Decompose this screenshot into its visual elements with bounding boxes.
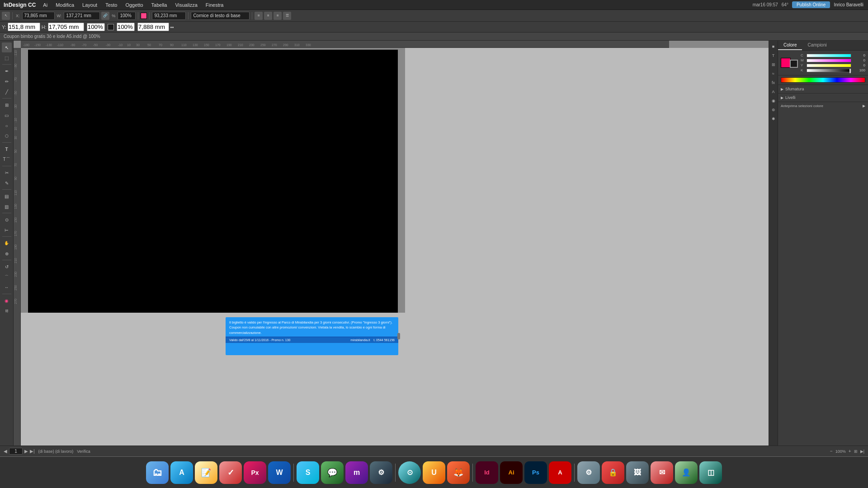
- fill-tool[interactable]: ◉: [2, 296, 12, 305]
- next-page-icon[interactable]: ▶: [24, 449, 28, 454]
- panel-icon-1[interactable]: ■: [769, 42, 778, 51]
- dock-preferences[interactable]: ⚙Preferenze: [577, 461, 600, 484]
- gradient-tool[interactable]: ▤: [2, 191, 12, 201]
- dock-whatsapp[interactable]: 💬WhatsApp: [321, 461, 344, 484]
- dock-safari[interactable]: ⊙Safari: [398, 461, 421, 484]
- m-slider[interactable]: [807, 59, 851, 62]
- panel-icon-5[interactable]: fx: [769, 79, 778, 87]
- color-swatch-stroke[interactable]: [790, 60, 798, 68]
- hand-tool[interactable]: ✋: [2, 238, 12, 248]
- menu-layout[interactable]: Modifica: [52, 1, 78, 9]
- value-field[interactable]: [137, 23, 169, 31]
- pen-tool[interactable]: [2, 66, 12, 76]
- menu-finestra[interactable]: Visualizza: [171, 1, 201, 9]
- tab-colore[interactable]: Colore: [778, 41, 802, 50]
- fill-color-icon[interactable]: [141, 13, 147, 19]
- tab-campioni[interactable]: Campioni: [802, 41, 832, 50]
- link-tool[interactable]: ⛓: [2, 306, 12, 316]
- dock-contacts[interactable]: 👤Contatti: [675, 461, 698, 484]
- menu-modifica[interactable]: Ai: [39, 1, 51, 9]
- dock-privacy[interactable]: 🔒Privacy: [602, 461, 624, 484]
- scale-h-combo[interactable]: [87, 23, 105, 31]
- k-slider[interactable]: [807, 69, 851, 72]
- dock-notes[interactable]: 📝Note: [195, 461, 217, 484]
- line-tool[interactable]: ╱: [2, 87, 12, 97]
- rect-tool[interactable]: ▭: [2, 110, 12, 120]
- scroll-end-icon[interactable]: ▶|: [860, 449, 864, 454]
- scale-combo[interactable]: [118, 12, 136, 20]
- menu-visualizza[interactable]: Tabella: [148, 1, 171, 9]
- align-center-icon[interactable]: ≡: [264, 12, 272, 20]
- page-number-field[interactable]: [9, 448, 23, 455]
- align-right-icon[interactable]: ≡: [274, 12, 282, 20]
- gradient-feather-tool[interactable]: ▥: [2, 202, 12, 211]
- panel-icon-3[interactable]: ⊞: [769, 61, 778, 69]
- fit-page-icon[interactable]: ⊞: [854, 449, 858, 454]
- dock-acrobat[interactable]: AAcrobat: [549, 461, 571, 484]
- select-tool[interactable]: [2, 53, 12, 63]
- menu-oggetto[interactable]: Testo: [102, 1, 121, 9]
- align-left-icon[interactable]: ≡: [255, 12, 263, 20]
- scissors-tool[interactable]: ✂: [2, 168, 12, 178]
- measure-field[interactable]: [152, 12, 186, 20]
- anteprima-button[interactable]: Anteprima selezioni colore ▶: [781, 104, 865, 108]
- dock-firefox[interactable]: 🦊Firefox: [447, 461, 470, 484]
- prev-page-icon[interactable]: ◀: [4, 449, 7, 454]
- menu-tabella[interactable]: Oggetto: [122, 1, 146, 9]
- ellipse-tool[interactable]: ○: [2, 121, 12, 131]
- dock-files[interactable]: ◫File: [699, 461, 722, 484]
- y-slider[interactable]: [807, 64, 851, 67]
- panel-icon-7[interactable]: ◉: [769, 97, 778, 105]
- panel-icon-2[interactable]: T: [769, 52, 778, 60]
- eyedrop-tool[interactable]: ⊙: [2, 215, 12, 225]
- menu-testo[interactable]: Layout: [79, 1, 101, 9]
- dock-finder[interactable]: 🗂Finder: [146, 461, 169, 484]
- color-spectrum-bar[interactable]: [781, 77, 865, 83]
- dock-illustrator[interactable]: AiIllustrator: [500, 461, 523, 484]
- canvas-area[interactable]: -180 -150 -130 -110 -90 -70 -50 -30 -10 …: [14, 41, 769, 446]
- page-end-icon[interactable]: ▶|: [30, 449, 35, 454]
- measure2-field[interactable]: [117, 23, 135, 31]
- dock-wereads[interactable]: WWeRead: [268, 461, 291, 484]
- stroke-color-icon[interactable]: [108, 24, 114, 30]
- gap-tool[interactable]: ↔: [2, 282, 12, 292]
- dock-ubiquiti[interactable]: UUniFi: [423, 461, 445, 484]
- pencil-tool[interactable]: ✏: [2, 76, 12, 86]
- frame-tool[interactable]: ⊞: [2, 100, 12, 110]
- c-slider[interactable]: [807, 54, 851, 57]
- poly-tool[interactable]: ⬡: [2, 131, 12, 141]
- dock-pixelmator[interactable]: PxPixelmator: [244, 461, 266, 484]
- dock-iphoto[interactable]: 🖼iPhoto: [626, 461, 649, 484]
- link-proportions-icon[interactable]: 🔗: [101, 12, 109, 20]
- dock-skype[interactable]: SSkype: [297, 461, 319, 484]
- zoom-out-icon[interactable]: −: [830, 449, 833, 454]
- dock-indesign[interactable]: IdInDesign: [476, 461, 498, 484]
- dock-messenger[interactable]: mMessenger: [345, 461, 368, 484]
- h-field[interactable]: [48, 23, 84, 31]
- dock-steam[interactable]: ⚙Steam: [370, 461, 392, 484]
- livelli-title[interactable]: ▶ Livelli: [781, 95, 865, 100]
- panel-icon-4[interactable]: ≈: [769, 70, 778, 78]
- columns-icon[interactable]: ▪▪: [170, 24, 174, 30]
- measure-tool[interactable]: ⊢: [2, 225, 12, 235]
- select-tool-icon[interactable]: ↖: [2, 12, 10, 20]
- dock-appstore[interactable]: AApp Store: [170, 461, 193, 484]
- w-field[interactable]: [64, 12, 100, 20]
- align-justify-icon[interactable]: ☰: [283, 12, 291, 20]
- text-tool[interactable]: [2, 144, 12, 154]
- menu-aiuto[interactable]: Finestra: [202, 1, 227, 9]
- dock-reminders[interactable]: ✓Promemoria: [219, 461, 242, 484]
- panel-icon-6[interactable]: A: [769, 88, 778, 96]
- note-tool[interactable]: ✎: [2, 178, 12, 188]
- dock-photoshop[interactable]: PsPhotoshop: [524, 461, 547, 484]
- frame-field[interactable]: [191, 12, 250, 20]
- panel-icon-8[interactable]: ⊕: [769, 106, 778, 114]
- panel-icon-9[interactable]: ✱: [769, 115, 778, 123]
- document-page-black[interactable]: [28, 50, 398, 313]
- zoom-in-icon[interactable]: +: [849, 449, 851, 454]
- x-field[interactable]: [22, 12, 55, 20]
- color-swatch-fill[interactable]: [781, 58, 791, 68]
- dock-mail[interactable]: ✉Mail: [651, 461, 673, 484]
- text-path-tool[interactable]: T⌒: [2, 155, 12, 164]
- free-transform-tool[interactable]: ⌒: [2, 272, 12, 282]
